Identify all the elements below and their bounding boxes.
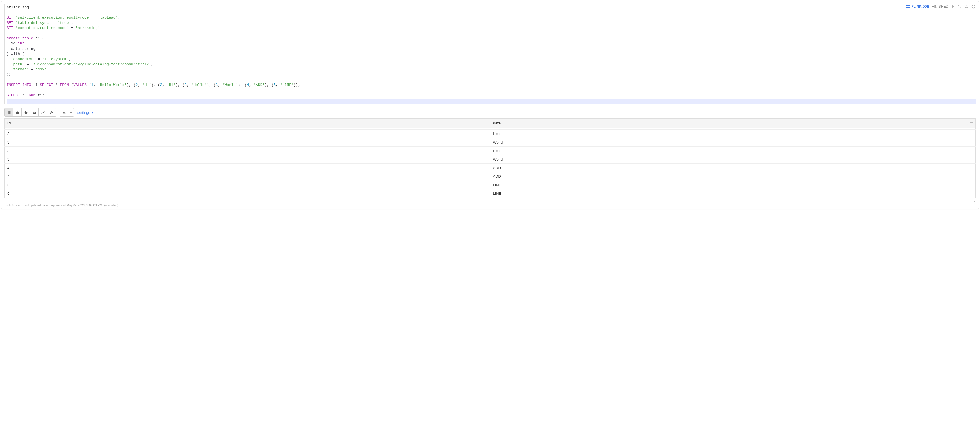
code-editor[interactable]: FLINK JOB FINISHED %flink.ssql SET 'sql-… bbox=[4, 4, 976, 104]
gear-icon bbox=[972, 5, 975, 8]
svg-rect-11 bbox=[16, 113, 16, 114]
area-chart-icon bbox=[32, 111, 37, 114]
table-row[interactable]: 3Hello bbox=[5, 147, 976, 155]
svg-rect-1 bbox=[908, 5, 910, 6]
cell-data: ADD bbox=[490, 164, 976, 172]
scatter-chart-button[interactable] bbox=[47, 108, 56, 116]
svg-point-5 bbox=[973, 6, 974, 7]
svg-rect-3 bbox=[908, 7, 910, 8]
column-header-data[interactable]: data ⌄ bbox=[490, 119, 976, 128]
menu-icon bbox=[970, 121, 974, 125]
caret-down-icon: ▼ bbox=[91, 111, 94, 114]
table-row[interactable]: 3World bbox=[5, 155, 976, 164]
code-content[interactable]: %flink.ssql SET 'sql-client.execution.re… bbox=[6, 4, 976, 98]
cell-id: 3 bbox=[5, 155, 490, 164]
cursor-line bbox=[6, 98, 976, 104]
chart-type-group bbox=[4, 108, 56, 117]
cell-id: 5 bbox=[5, 181, 490, 189]
svg-point-16 bbox=[51, 111, 52, 112]
svg-marker-4 bbox=[952, 5, 955, 8]
cell-id: 3 bbox=[5, 147, 490, 155]
download-icon bbox=[62, 111, 66, 114]
table-row[interactable]: 3World bbox=[5, 138, 976, 147]
chevron-down-icon[interactable]: ⌄ bbox=[480, 121, 483, 125]
table-row[interactable]: 4ADD bbox=[5, 172, 976, 181]
resize-icon bbox=[972, 198, 975, 202]
svg-rect-21 bbox=[970, 124, 974, 124]
line-chart-button[interactable] bbox=[39, 108, 47, 116]
download-button[interactable] bbox=[60, 108, 68, 116]
table-icon bbox=[7, 111, 11, 114]
download-group bbox=[60, 108, 74, 117]
cell-data: World bbox=[490, 155, 976, 164]
settings-button[interactable] bbox=[971, 4, 976, 9]
collapse-button[interactable] bbox=[958, 4, 962, 9]
svg-rect-19 bbox=[970, 122, 974, 122]
column-menu-button[interactable] bbox=[970, 121, 974, 125]
cell-footer-status: Took 20 sec. Last updated by anonymous a… bbox=[4, 204, 976, 207]
notebook-cell: FLINK JOB FINISHED %flink.ssql SET 'sql-… bbox=[1, 1, 979, 209]
svg-rect-13 bbox=[18, 112, 19, 114]
caret-down-icon bbox=[69, 111, 73, 114]
cell-data: Hello bbox=[490, 130, 976, 138]
table-row[interactable]: 4ADD bbox=[5, 164, 976, 172]
svg-rect-20 bbox=[970, 123, 974, 123]
result-toolbar: settings ▼ bbox=[4, 108, 976, 117]
column-header-id[interactable]: id ⌄ bbox=[5, 119, 490, 128]
flink-job-icon bbox=[906, 5, 910, 8]
area-chart-button[interactable] bbox=[30, 108, 39, 116]
cell-data: LINE bbox=[490, 181, 976, 189]
book-button[interactable] bbox=[964, 4, 969, 9]
cell-data: ADD bbox=[490, 172, 976, 181]
svg-rect-12 bbox=[17, 112, 18, 114]
table-row[interactable]: 3Hello bbox=[5, 130, 976, 138]
play-icon bbox=[951, 5, 955, 8]
result-table: id ⌄ data ⌄ 3Hello3World3Hello3World4ADD… bbox=[4, 119, 976, 198]
cell-id: 4 bbox=[5, 172, 490, 181]
book-icon bbox=[965, 5, 969, 8]
chevron-down-icon[interactable]: ⌄ bbox=[966, 121, 969, 125]
bar-chart-icon bbox=[15, 111, 19, 114]
cell-top-toolbar: FLINK JOB FINISHED bbox=[906, 4, 976, 9]
table-row[interactable]: 5LINE bbox=[5, 181, 976, 189]
collapse-icon bbox=[958, 5, 962, 8]
settings-link[interactable]: settings ▼ bbox=[77, 111, 94, 115]
flink-job-link[interactable]: FLINK JOB bbox=[906, 4, 929, 9]
job-status: FINISHED bbox=[932, 4, 948, 9]
column-header-label: id bbox=[7, 121, 11, 125]
scatter-chart-icon bbox=[49, 111, 54, 114]
cell-id: 4 bbox=[5, 164, 490, 172]
svg-marker-18 bbox=[70, 112, 72, 114]
table-header-row: id ⌄ data ⌄ bbox=[5, 119, 976, 128]
run-button[interactable] bbox=[951, 4, 955, 9]
cell-data: LINE bbox=[490, 189, 976, 198]
column-header-label: data bbox=[493, 121, 501, 125]
cell-data: Hello bbox=[490, 147, 976, 155]
line-chart-icon bbox=[41, 111, 45, 114]
svg-rect-6 bbox=[7, 111, 10, 114]
svg-rect-0 bbox=[907, 5, 908, 6]
svg-rect-2 bbox=[907, 7, 908, 8]
cell-id: 5 bbox=[5, 189, 490, 198]
bar-chart-button[interactable] bbox=[13, 108, 22, 116]
download-caret-button[interactable] bbox=[68, 108, 73, 116]
table-view-button[interactable] bbox=[5, 108, 13, 116]
cell-data: World bbox=[490, 138, 976, 147]
flink-job-label: FLINK JOB bbox=[911, 4, 929, 9]
cell-id: 3 bbox=[5, 130, 490, 138]
cell-id: 3 bbox=[5, 138, 490, 147]
pie-chart-icon bbox=[24, 111, 28, 114]
pie-chart-button[interactable] bbox=[22, 108, 30, 116]
resize-handle[interactable] bbox=[4, 198, 976, 202]
table-row[interactable]: 5LINE bbox=[5, 189, 976, 198]
settings-label: settings bbox=[77, 111, 90, 115]
